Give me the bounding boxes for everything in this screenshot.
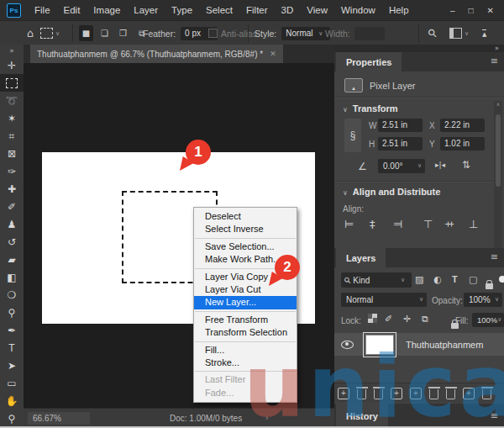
opacity-dropdown[interactable]: 100% ∨ — [464, 293, 502, 307]
zoom-level-input[interactable]: 66.67% — [28, 412, 90, 425]
scrollbar-thumb[interactable] — [496, 114, 501, 187]
new-layer-button-3[interactable]: + — [463, 388, 475, 399]
layer-thumbnail[interactable] — [365, 335, 394, 355]
delete-layer-button[interactable] — [482, 389, 491, 399]
panel-menu-icon[interactable]: ≡ — [491, 251, 498, 262]
panel-menu-icon[interactable]: ≡ — [491, 55, 498, 66]
collapse-optionsbar-button[interactable]: ▲ — [482, 21, 486, 45]
hand-tool[interactable]: ✋ — [0, 392, 24, 410]
collapse-tools-icon[interactable]: » — [0, 45, 24, 56]
gradient-tool[interactable]: ◧ — [0, 268, 24, 286]
menu-item-save-selection[interactable]: Save Selection... — [194, 240, 297, 253]
width-input[interactable] — [354, 27, 385, 40]
lasso-tool[interactable]: ➰ — [0, 92, 24, 109]
pen-tool[interactable]: ✒ — [0, 321, 24, 339]
filter-adjustment-layers-icon[interactable]: ◐ — [433, 274, 442, 285]
close-button[interactable]: ✕ — [487, 6, 494, 15]
tool-preset-picker[interactable]: ∨ — [40, 21, 60, 45]
lock-image-pixels-icon[interactable]: ✐ — [385, 314, 392, 325]
align-bottom-edges-button[interactable]: ⊥ — [469, 218, 478, 230]
align-section-header[interactable]: ∨Align and Distribute — [343, 187, 440, 197]
eraser-tool[interactable]: ▰ — [0, 251, 24, 268]
layer-name[interactable]: Thuthuatphanmem — [406, 340, 483, 350]
new-layer-button-1[interactable]: + — [391, 388, 402, 399]
subtract-from-selection-mode-button[interactable]: ❐ — [116, 25, 130, 41]
home-button[interactable]: ⌂ — [27, 21, 34, 45]
align-top-edges-button[interactable]: ⊤ — [423, 218, 433, 230]
status-options-icon[interactable]: › — [265, 414, 268, 422]
flip-horizontal-icon[interactable]: ▸|◂ — [435, 161, 445, 169]
menu-view[interactable]: View — [300, 5, 334, 15]
add-to-selection-mode-button[interactable]: ❏ — [97, 25, 112, 41]
menu-type[interactable]: Type — [165, 5, 199, 15]
history-brush-tool[interactable]: ↺ — [0, 233, 24, 251]
blend-mode-dropdown[interactable]: Normal ∨ — [341, 293, 427, 307]
layer-filter-kind-dropdown[interactable]: ⚲ Kind ∨ — [341, 272, 412, 288]
delete-button-4[interactable] — [446, 389, 455, 399]
transform-x-input[interactable]: 2.22 in — [440, 119, 485, 132]
rotation-angle-dropdown[interactable]: 0.00° ∨ — [378, 159, 425, 173]
menu-item-new-layer[interactable]: New Layer... — [194, 296, 297, 309]
healing-brush-tool[interactable]: ✚ — [0, 180, 24, 198]
menu-file[interactable]: File — [28, 5, 57, 15]
eyedropper-tool[interactable]: ✑ — [0, 162, 24, 180]
delete-button-1[interactable] — [357, 389, 366, 399]
rectangular-marquee-tool[interactable] — [0, 74, 24, 92]
fill-dropdown[interactable]: 100% ∨ — [472, 313, 504, 327]
document-tab[interactable]: Thuthuatphanmem @ 66.7% (Thuthuatphanmem… — [30, 45, 283, 63]
antialias-control[interactable]: Anti-alias — [208, 21, 257, 45]
transform-h-input[interactable]: 2.51 in — [378, 137, 423, 151]
menu-item-fill[interactable]: Fill... — [194, 344, 297, 357]
zoom-tool[interactable]: ⚲ — [0, 410, 24, 427]
menu-edit[interactable]: Edit — [57, 5, 87, 15]
minimize-button[interactable]: – — [450, 6, 455, 15]
panel-collapse-strip[interactable]: » — [334, 45, 504, 52]
menu-image[interactable]: Image — [87, 5, 127, 15]
clone-stamp-tool[interactable]: ♟ — [0, 215, 24, 233]
tab-layers[interactable]: Layers — [336, 248, 386, 267]
link-dimensions-icon[interactable]: § — [344, 119, 361, 152]
new-selection-mode-button[interactable]: ■ — [79, 25, 93, 41]
magic-wand-tool[interactable]: ✶ — [0, 109, 24, 127]
align-right-edges-button[interactable]: ⊨ — [393, 218, 402, 230]
menu-select[interactable]: Select — [199, 5, 239, 15]
lock-position-icon[interactable]: ✛ — [403, 314, 411, 325]
lock-transparent-pixels-icon[interactable] — [368, 314, 377, 323]
lock-artboards-icon[interactable]: ⧉ — [422, 314, 428, 325]
blur-tool[interactable]: ❍ — [0, 286, 24, 304]
scroll-up-icon[interactable]: ∧ — [496, 101, 500, 107]
panel-menu-icon[interactable]: ≡ — [491, 410, 498, 421]
filter-toggle-icon[interactable] — [499, 276, 504, 283]
menu-filter[interactable]: Filter — [239, 5, 275, 15]
menu-item-stroke[interactable]: Stroke... — [194, 357, 297, 369]
search-button[interactable]: ⚲ — [428, 21, 437, 45]
menu-layer[interactable]: Layer — [127, 5, 165, 15]
frame-tool[interactable]: ⊠ — [0, 145, 24, 162]
menu-help[interactable]: Help — [382, 5, 416, 15]
dodge-tool[interactable]: ⚲ — [0, 304, 24, 321]
transform-y-input[interactable]: 1.02 in — [440, 137, 485, 151]
align-left-edges-button[interactable]: ⊨ — [344, 218, 354, 230]
menu-3d[interactable]: 3D — [275, 5, 301, 15]
crop-tool[interactable]: ⌗ — [0, 127, 24, 145]
tab-history[interactable]: History — [336, 404, 388, 428]
delete-button-2[interactable] — [374, 389, 383, 399]
filter-pixel-layers-icon[interactable]: ▨ — [415, 274, 423, 285]
tab-properties[interactable]: Properties — [336, 52, 402, 71]
flip-vertical-icon[interactable]: ⇅ — [462, 159, 470, 171]
new-layer-button-2[interactable]: + — [410, 388, 422, 399]
menu-window[interactable]: Window — [334, 5, 382, 15]
type-tool[interactable]: T — [0, 339, 24, 357]
align-vertical-centers-button[interactable]: ‡ — [444, 221, 456, 227]
filter-type-layers-icon[interactable]: T — [452, 274, 458, 284]
align-horizontal-centers-button[interactable]: ‡ — [370, 218, 375, 230]
brush-tool[interactable]: ✐ — [0, 198, 24, 215]
rectangle-tool[interactable]: ▭ — [0, 374, 24, 392]
layer-visibility-eye-icon[interactable] — [341, 341, 354, 349]
filter-shape-layers-icon[interactable]: ▢ — [469, 274, 477, 285]
filter-smart-objects-icon[interactable] — [486, 283, 493, 289]
menu-item-layer-via-cut[interactable]: Layer Via Cut — [194, 283, 297, 296]
path-selection-tool[interactable]: ➤ — [0, 357, 24, 374]
antialias-checkbox[interactable] — [208, 29, 218, 38]
menu-item-transform-selection[interactable]: Transform Selection — [194, 326, 297, 339]
